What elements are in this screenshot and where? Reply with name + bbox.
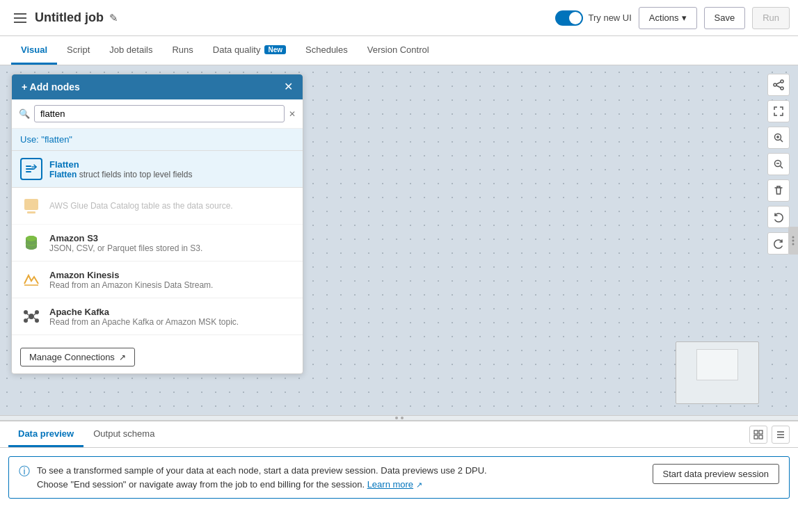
svg-line-11	[34, 314, 35, 315]
s3-text: Amazon S3 JSON, CSV, or Parquet files st…	[49, 233, 202, 253]
panel-title: + Add nodes	[22, 81, 80, 92]
manage-connections-section: Manage Connections ↗	[12, 341, 303, 373]
bottom-pane: Data preview Output schema	[0, 421, 798, 532]
flatten-desc: Flatten struct fields into top level fie…	[49, 170, 192, 179]
svg-line-20	[776, 86, 781, 88]
info-text: To see a transformed sample of your data…	[37, 464, 646, 491]
svg-point-5	[29, 314, 34, 319]
toggle-container: Try new UI	[555, 10, 632, 26]
share-tool-button[interactable]	[767, 74, 790, 96]
svg-rect-35	[754, 435, 758, 439]
kafka-icon	[20, 305, 42, 328]
try-new-ui-toggle[interactable]	[555, 10, 583, 26]
list-item[interactable]: Relational DB AWS Glue Data Catalog tabl…	[12, 335, 303, 341]
tab-visual[interactable]: Visual	[11, 36, 57, 65]
svg-rect-34	[759, 430, 763, 434]
search-clear-icon[interactable]: ✕	[289, 109, 296, 119]
search-box: 🔍 ✕	[12, 99, 303, 129]
chevron-down-icon: ▾	[682, 13, 687, 23]
svg-line-22	[781, 140, 783, 143]
bottom-tab-actions	[749, 421, 790, 447]
tab-runs[interactable]: Runs	[162, 36, 202, 65]
expand-tool-button[interactable]	[767, 100, 790, 122]
svg-point-32	[401, 417, 404, 419]
svg-point-17	[774, 83, 776, 86]
tab-data-preview[interactable]: Data preview	[8, 421, 83, 447]
undo-button[interactable]	[767, 206, 790, 228]
start-data-preview-session-button[interactable]: Start data preview session	[653, 464, 779, 484]
flatten-name: Flatten	[49, 159, 192, 170]
s3-icon	[20, 232, 42, 254]
mini-map	[676, 341, 759, 404]
panel-header: + Add nodes ✕	[12, 74, 303, 99]
bottom-list-view-button[interactable]	[772, 426, 790, 444]
add-nodes-panel: + Add nodes ✕ 🔍 ✕ Use: "flatten"	[11, 74, 303, 374]
svg-point-29	[792, 239, 795, 241]
bottom-tab-bar: Data preview Output schema	[0, 421, 798, 448]
kafka-text: Apache Kafka Read from an Apache Kafka o…	[49, 307, 239, 327]
data-quality-badge: New	[264, 45, 286, 54]
right-tools	[767, 74, 790, 255]
kinesis-text: Amazon Kinesis Read from an Amazon Kines…	[49, 270, 213, 290]
svg-line-10	[27, 314, 29, 315]
hamburger-menu[interactable]	[11, 10, 29, 26]
glue-text: AWS Glue Data Catalog table as the data …	[49, 201, 233, 211]
svg-point-28	[792, 236, 795, 238]
svg-point-31	[395, 417, 398, 419]
svg-line-12	[27, 318, 29, 319]
svg-rect-33	[754, 430, 758, 434]
panel-close-button[interactable]: ✕	[284, 81, 293, 92]
redo-button[interactable]	[767, 232, 790, 255]
tab-version-control[interactable]: Version Control	[358, 36, 439, 65]
topbar: Untitled job ✎ Try new UI Actions ▾ Save…	[0, 0, 798, 36]
svg-rect-0	[24, 199, 38, 210]
svg-point-18	[781, 87, 783, 90]
run-button: Run	[752, 7, 790, 29]
search-suggestion[interactable]: Use: "flatten"	[12, 129, 303, 151]
svg-point-3	[26, 236, 37, 241]
source-list: AWS Glue Data Catalog table as the data …	[12, 188, 303, 341]
tab-schedules[interactable]: Schedules	[296, 36, 358, 65]
tab-bar: Visual Script Job details Runs Data qual…	[0, 36, 798, 65]
delete-tool-button[interactable]	[767, 179, 790, 202]
kinesis-icon	[20, 268, 42, 291]
svg-line-13	[34, 318, 35, 319]
pane-divider[interactable]	[0, 415, 798, 421]
svg-rect-1	[27, 211, 35, 213]
topbar-right: Try new UI Actions ▾ Save Run	[555, 7, 790, 29]
glue-desc: AWS Glue Data Catalog table as the data …	[49, 201, 233, 211]
svg-rect-36	[759, 435, 763, 439]
topbar-left: Untitled job ✎	[11, 10, 118, 26]
actions-button[interactable]: Actions ▾	[639, 7, 697, 29]
list-item[interactable]: Apache Kafka Read from an Apache Kafka o…	[12, 298, 303, 335]
search-icon: 🔍	[19, 108, 30, 119]
glue-icon	[20, 195, 42, 217]
external-link-icon: ↗	[119, 353, 126, 362]
flatten-text: Flatten Flatten struct fields into top l…	[49, 159, 192, 179]
search-input[interactable]	[34, 105, 285, 122]
learn-more-link[interactable]: Learn more	[367, 479, 413, 490]
tab-script[interactable]: Script	[57, 36, 99, 65]
job-title: Untitled job	[35, 10, 104, 25]
info-banner: ⓘ To see a transformed sample of your da…	[8, 456, 790, 499]
canvas-area[interactable]: + Add nodes ✕ 🔍 ✕ Use: "flatten"	[0, 65, 798, 415]
svg-line-26	[781, 166, 783, 169]
toggle-label: Try new UI	[589, 13, 632, 23]
save-button[interactable]: Save	[704, 7, 746, 29]
list-item[interactable]: Amazon Kinesis Read from an Amazon Kines…	[12, 261, 303, 298]
flatten-result-item[interactable]: Flatten Flatten struct fields into top l…	[12, 151, 303, 188]
manage-connections-button[interactable]: Manage Connections ↗	[20, 348, 135, 366]
list-item[interactable]: Amazon S3 JSON, CSV, or Parquet files st…	[12, 225, 303, 261]
tab-job-details[interactable]: Job details	[99, 36, 162, 65]
svg-line-19	[776, 82, 781, 84]
list-item[interactable]: AWS Glue Data Catalog table as the data …	[12, 188, 303, 225]
zoom-in-button[interactable]	[767, 127, 790, 149]
tab-data-quality[interactable]: Data quality New	[203, 36, 296, 65]
tab-output-schema[interactable]: Output schema	[83, 421, 164, 447]
external-link-icon-2: ↗	[416, 481, 422, 489]
edit-title-icon[interactable]: ✎	[109, 12, 118, 24]
right-panel-grip[interactable]	[788, 227, 798, 255]
bottom-grid-view-button[interactable]	[749, 426, 767, 444]
main-content: + Add nodes ✕ 🔍 ✕ Use: "flatten"	[0, 65, 798, 532]
zoom-out-button[interactable]	[767, 153, 790, 175]
